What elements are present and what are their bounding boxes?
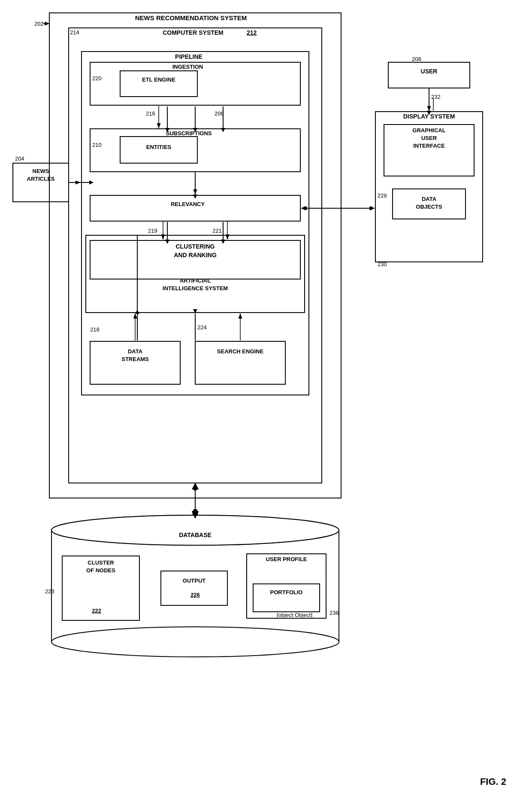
ref-216: 216 [146,110,155,117]
user-label: USER [388,68,470,75]
relevancy-label: RELEVANCY [150,201,225,207]
entities-label: ENTITIES [121,144,196,150]
svg-marker-51 [193,510,197,514]
ref-236: 236 [329,610,339,616]
svg-point-17 [51,515,339,545]
portfolio-label: PORTFOLIO [253,589,320,595]
portfolio-ref: [object Object] [277,612,312,618]
output-label: OUTPUT [161,577,227,584]
news-recommendation-system-label: NEWS RECOMMENDATION SYSTEM [86,14,296,21]
news-articles-label: NEWSARTICLES [13,167,69,183]
subscriptions-label: SUBSCRIPTIONS [139,130,238,137]
ref-232: 232 [431,94,441,100]
svg-marker-47 [301,206,305,210]
ref-212-text: 212 [247,29,257,36]
data-objects-label: DATAOBJECTS [393,195,466,211]
display-system-label: DISPLAY SYSTEM [375,113,483,120]
ref-204: 204 [15,155,24,162]
ref-220: 220 [92,75,102,82]
ref-230: 230 [378,261,387,267]
data-streams-label: DATASTREAMS [90,348,180,363]
svg-marker-43 [135,310,139,314]
svg-marker-27 [89,180,94,185]
ref-219: 219 [148,228,157,234]
ref-202: 202 [34,21,44,27]
ref-210: 210 [92,142,102,148]
ref-206: 206 [215,110,224,117]
arrows-svg2 [0,0,532,811]
search-engine-label: SEARCH ENGINE [195,348,285,355]
svg-point-18 [51,627,339,657]
svg-rect-4 [120,71,197,97]
clustering-ranking-label: CLUSTERINGAND RANKING [90,243,300,259]
database-label: DATABASE [129,532,262,538]
diagram: NEWS RECOMMENDATION SYSTEM 202 COMPUTER … [0,0,532,811]
fig-label: FIG. 2 [480,776,506,787]
computer-system-label: COMPUTER SYSTEM [133,29,253,36]
svg-rect-25 [253,584,320,612]
ref-208: 208 [412,56,421,62]
ref-214: 214 [70,29,79,36]
ref-223: 223 [45,588,54,595]
output-ref: 226 [182,592,208,598]
svg-rect-12 [388,62,470,88]
cluster-ref: 222 [84,607,109,614]
svg-rect-2 [82,52,309,395]
svg-rect-23 [161,571,227,605]
svg-marker-35 [193,194,197,199]
ai-system-label: ARTIFICIALINTELLIGENCE SYSTEM [90,277,300,292]
svg-rect-7 [90,195,300,221]
ingestion-label: INGESTION [150,64,225,70]
ref-218: 218 [90,326,100,333]
cluster-of-nodes-label: CLUSTEROF NODES [62,559,139,574]
pipeline-label: PIPELINE [152,53,225,60]
svg-marker-41 [193,309,197,313]
user-profile-label: USER PROFILE [247,556,326,562]
ref-224: 224 [197,324,207,331]
etl-engine-label: ETL ENGINE [121,76,196,83]
svg-marker-46 [370,206,375,210]
svg-point-21 [51,515,339,545]
arrows-overlay [0,0,532,811]
ref-221: 221 [212,228,222,234]
ref-228: 228 [378,192,387,199]
gui-label: GRAPHICALUSERINTERFACE [384,127,474,150]
ref-212: 212 [247,29,257,36]
svg-rect-24 [247,554,326,618]
